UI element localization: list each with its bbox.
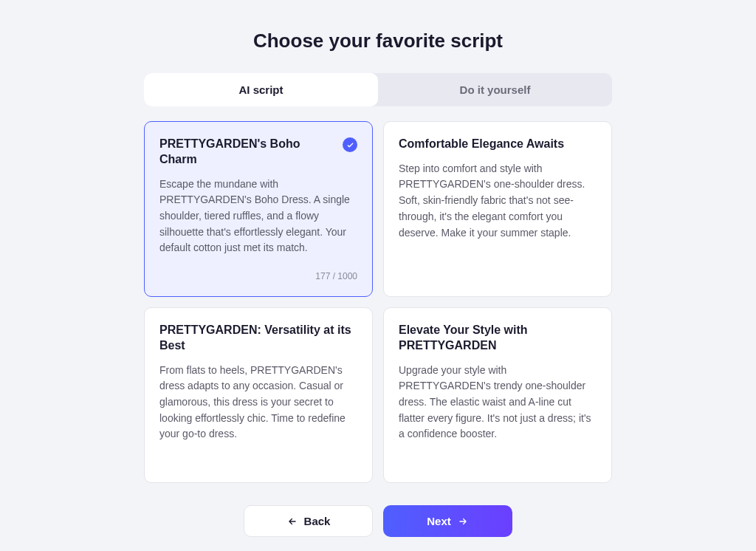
card-body: Upgrade your style with PRETTYGARDEN's t…: [399, 363, 597, 468]
card-title: Comfortable Elegance Awaits: [399, 137, 564, 152]
arrow-left-icon: [286, 516, 298, 527]
card-body: Escape the mundane with PRETTYGARDEN's B…: [159, 177, 357, 262]
next-button[interactable]: Next: [383, 505, 512, 537]
tab-do-it-yourself[interactable]: Do it yourself: [378, 73, 612, 106]
page-title: Choose your favorite script: [144, 30, 612, 52]
script-card-elevate-style[interactable]: Elevate Your Style with PRETTYGARDEN Upg…: [383, 307, 612, 483]
footer-buttons: Back Next: [144, 505, 612, 537]
next-button-label: Next: [427, 515, 451, 527]
arrow-right-icon: [457, 516, 469, 527]
card-body: Step into comfort and style with PRETTYG…: [399, 161, 597, 281]
back-button-label: Back: [304, 515, 331, 527]
script-card-comfortable-elegance[interactable]: Comfortable Elegance Awaits Step into co…: [383, 121, 612, 297]
card-body: From flats to heels, PRETTYGARDEN's dres…: [159, 363, 357, 468]
script-card-boho-charm[interactable]: PRETTYGARDEN's Boho Charm Escape the mun…: [144, 121, 373, 297]
script-type-tabs: AI script Do it yourself: [144, 73, 612, 106]
script-card-versatility[interactable]: PRETTYGARDEN: Versatility at its Best Fr…: [144, 307, 373, 483]
tab-ai-script[interactable]: AI script: [144, 73, 378, 106]
card-title: Elevate Your Style with PRETTYGARDEN: [399, 323, 597, 354]
card-title: PRETTYGARDEN's Boho Charm: [159, 137, 335, 168]
selected-check-icon: [343, 137, 357, 152]
character-counter: 177 / 1000: [159, 271, 357, 281]
card-title: PRETTYGARDEN: Versatility at its Best: [159, 323, 357, 354]
back-button[interactable]: Back: [244, 505, 373, 537]
script-cards-grid: PRETTYGARDEN's Boho Charm Escape the mun…: [144, 121, 612, 483]
